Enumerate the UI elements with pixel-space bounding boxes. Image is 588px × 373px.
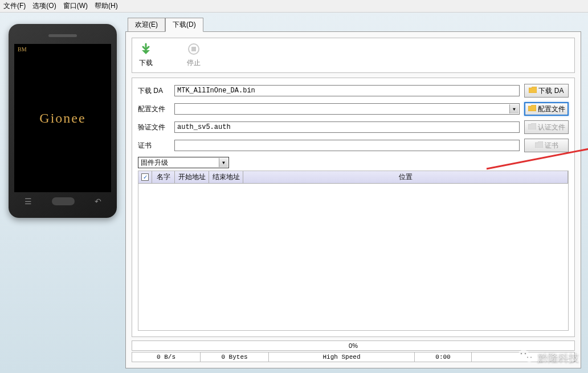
svg-point-6 (521, 353, 522, 355)
config-form: 下载 DA 下载 DA 配置文件 ▼ (132, 78, 575, 337)
menu-window[interactable]: 窗口(W) (63, 1, 88, 11)
col-name-header: 名字 (152, 171, 175, 183)
stop-action-button[interactable]: 停止 (187, 43, 201, 68)
phone-bm-label: BM (18, 46, 27, 52)
svg-point-7 (525, 353, 526, 355)
col-location-header: 位置 (243, 171, 568, 183)
tab-welcome[interactable]: 欢迎(E) (128, 18, 165, 32)
da-input[interactable] (174, 85, 520, 96)
phone-brand-label: Gionee (39, 111, 85, 126)
download-tab-content: 下载 停止 下载 DA (125, 31, 581, 368)
dropdown-arrow-icon[interactable]: ▼ (509, 104, 518, 113)
wechat-icon (517, 348, 534, 366)
config-label: 配置文件 (138, 104, 170, 114)
config-input[interactable]: ▼ (174, 103, 520, 115)
action-toolbar: 下载 停止 (132, 38, 575, 73)
config-browse-button[interactable]: 配置文件 (524, 102, 569, 116)
phone-preview: BM Gionee ☰ ↶ (9, 24, 117, 218)
status-speed: 0 B/s (132, 352, 201, 362)
col-checkbox[interactable]: ✓ (138, 171, 152, 183)
dropdown-arrow-icon[interactable]: ▼ (219, 158, 228, 167)
download-action-button[interactable]: 下载 (139, 43, 153, 68)
watermark-text: 黔隆科技 (538, 351, 579, 364)
menu-file[interactable]: 文件(F) (3, 1, 26, 11)
table-body (138, 184, 568, 330)
watermark: 黔隆科技 (517, 348, 579, 366)
tab-bar: 欢迎(E) 下载(D) (128, 17, 581, 31)
stop-icon (187, 43, 200, 57)
da-label: 下载 DA (138, 86, 170, 96)
da-browse-button[interactable]: 下载 DA (524, 84, 569, 98)
progress-bar: 0% (132, 340, 575, 351)
menubar: 文件(F) 选项(O) 窗口(W) 帮助(H) (0, 0, 588, 13)
svg-point-5 (525, 354, 534, 362)
download-action-label: 下载 (139, 58, 153, 68)
status-bytes: 0 Bytes (201, 352, 269, 362)
partition-table: ✓ 名字 开始地址 结束地址 位置 (138, 171, 569, 331)
auth-label: 验证文件 (138, 123, 170, 132)
tab-download[interactable]: 下载(D) (165, 18, 203, 32)
phone-back-icon: ↶ (95, 197, 101, 206)
col-end-header: 结束地址 (209, 171, 243, 183)
cert-browse-button[interactable]: 证书 (524, 139, 569, 152)
col-start-header: 开始地址 (175, 171, 209, 183)
stop-action-label: 停止 (187, 58, 201, 68)
upgrade-mode-select[interactable]: 固件升级 ▼ (138, 157, 229, 168)
folder-icon (528, 123, 536, 131)
download-arrow-icon (140, 43, 152, 57)
phone-home-button (52, 197, 75, 205)
cert-input[interactable] (174, 140, 520, 151)
preview-panel: BM Gionee ☰ ↶ (0, 13, 125, 373)
menu-options[interactable]: 选项(O) (32, 1, 56, 11)
cert-label: 证书 (138, 141, 170, 151)
status-area: 0% 0 B/s 0 Bytes High Speed 0:00 (132, 340, 575, 362)
status-mode: High Speed (269, 352, 415, 362)
svg-point-8 (527, 357, 528, 358)
svg-point-9 (530, 357, 532, 358)
menu-help[interactable]: 帮助(H) (95, 1, 118, 11)
folder-icon (529, 87, 537, 95)
auth-input[interactable] (174, 121, 520, 133)
phone-menu-icon: ☰ (24, 197, 32, 206)
folder-icon (528, 105, 536, 113)
select-all-checkbox[interactable]: ✓ (141, 173, 149, 181)
folder-icon (535, 141, 543, 149)
status-time: 0:00 (415, 352, 472, 362)
svg-rect-1 (191, 47, 196, 51)
auth-browse-button[interactable]: 认证文件 (524, 120, 569, 134)
